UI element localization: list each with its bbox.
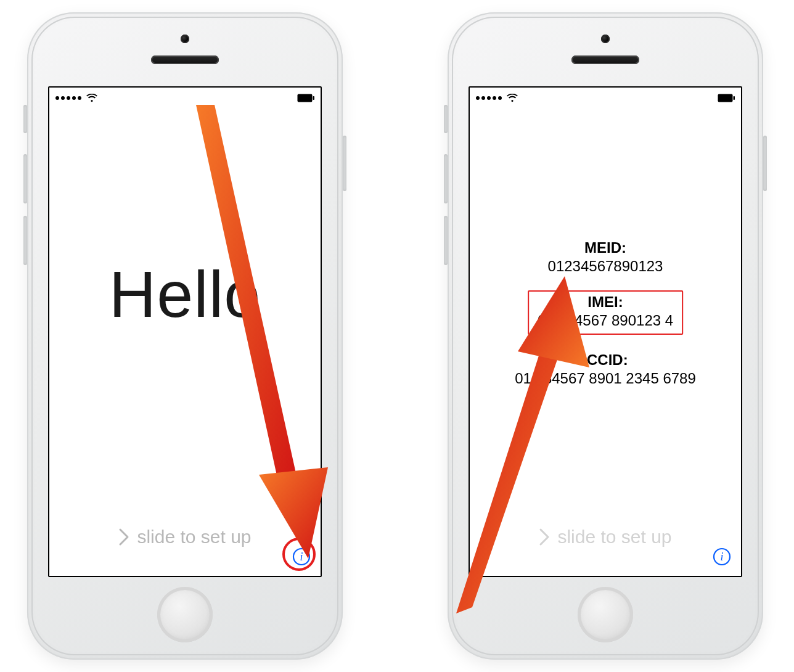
home-button[interactable] xyxy=(578,587,633,642)
volume-up-button xyxy=(23,154,27,203)
slide-to-set-up[interactable]: slide to set up xyxy=(49,527,321,547)
slide-label: slide to set up xyxy=(137,527,251,547)
screen-body: Hello slide to set up i xyxy=(49,106,321,576)
front-camera xyxy=(601,35,610,43)
chevron-right-icon xyxy=(539,528,550,546)
imei-label: IMEI: xyxy=(538,293,673,311)
info-button[interactable]: i xyxy=(291,546,312,567)
power-button xyxy=(763,136,767,191)
volume-down-button xyxy=(444,216,448,265)
chevron-right-icon xyxy=(118,528,129,546)
info-button[interactable]: i xyxy=(711,546,732,567)
front-camera xyxy=(181,35,189,43)
earpiece xyxy=(151,55,219,64)
volume-down-button xyxy=(23,216,27,265)
home-button[interactable] xyxy=(157,587,213,642)
device-identifiers: MEID: 01234567890123 IMEI: 01 234567 890… xyxy=(515,239,696,388)
meid-label: MEID: xyxy=(515,239,696,257)
wifi-icon xyxy=(507,94,518,102)
status-bar xyxy=(49,88,321,106)
phone-mockup-hello: Hello slide to set up i xyxy=(27,12,343,660)
mute-switch xyxy=(23,105,27,133)
tutorial-image: Hello slide to set up i xyxy=(0,0,794,672)
battery-icon xyxy=(718,94,735,102)
volume-up-button xyxy=(444,154,448,203)
svg-rect-6 xyxy=(718,94,733,102)
svg-rect-1 xyxy=(313,96,315,100)
svg-rect-0 xyxy=(298,94,313,102)
iccid-value: 01 234567 8901 2345 6789 xyxy=(515,369,696,388)
meid-value: 01234567890123 xyxy=(515,257,696,276)
greeting-text: Hello xyxy=(109,256,261,331)
screen-body: MEID: 01234567890123 IMEI: 01 234567 890… xyxy=(470,106,741,576)
mute-switch xyxy=(444,105,448,133)
iccid-label: ICCID: xyxy=(515,351,696,369)
power-button xyxy=(343,136,346,191)
wifi-icon xyxy=(86,94,97,102)
battery-icon xyxy=(297,94,314,102)
earpiece xyxy=(571,55,639,64)
slide-to-set-up[interactable]: slide to set up xyxy=(470,527,741,547)
slide-label: slide to set up xyxy=(557,527,671,547)
status-bar xyxy=(470,88,741,106)
imei-highlight-box: IMEI: 01 234567 890123 4 xyxy=(528,290,683,335)
svg-text:i: i xyxy=(720,551,723,563)
screen: MEID: 01234567890123 IMEI: 01 234567 890… xyxy=(469,86,742,577)
svg-text:i: i xyxy=(300,551,303,563)
screen: Hello slide to set up i xyxy=(48,86,322,577)
signal-dots-icon xyxy=(476,96,502,100)
phone-mockup-device-info: MEID: 01234567890123 IMEI: 01 234567 890… xyxy=(448,12,763,660)
imei-value: 01 234567 890123 4 xyxy=(538,311,673,330)
signal-dots-icon xyxy=(55,96,81,100)
svg-rect-7 xyxy=(734,96,735,100)
